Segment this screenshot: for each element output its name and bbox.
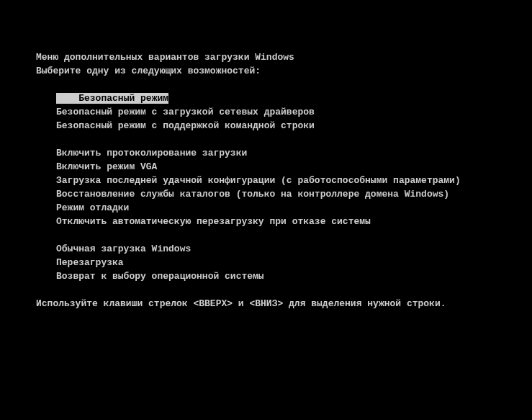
menu-item-vga-mode[interactable]: Включить режим VGA [56, 160, 496, 174]
menu-separator [56, 133, 496, 146]
menu-item-return-os-choice[interactable]: Возврат к выбору операционной системы [56, 269, 496, 283]
menu-item-debug-mode[interactable]: Режим отладки [56, 201, 496, 215]
menu-item-safe-mode[interactable]: Безопасный режим [56, 91, 168, 105]
menu-item-safe-mode-net[interactable]: Безопасный режим с загрузкой сетевых дра… [56, 105, 496, 119]
navigation-hint: Используйте клавиши стрелок <ВВЕРХ> и <В… [36, 297, 496, 310]
menu-item-reboot[interactable]: Перезагрузка [56, 256, 496, 269]
menu-item-start-normally[interactable]: Обычная загрузка Windows [56, 242, 496, 256]
menu-separator [56, 228, 496, 242]
menu-item-safe-mode-cmd[interactable]: Безопасный режим с поддержкой командной … [56, 119, 496, 133]
menu-title: Меню дополнительных вариантов загрузки W… [36, 50, 496, 64]
menu-item-boot-logging[interactable]: Включить протоколирование загрузки [56, 146, 496, 160]
menu-item-ds-restore[interactable]: Восстановление службы каталогов (только … [56, 187, 496, 201]
menu-subtitle: Выберите одну из следующих возможностей: [36, 64, 496, 78]
menu-item-last-known-good[interactable]: Загрузка последней удачной конфигурации … [56, 174, 496, 187]
menu-item-disable-auto-restart[interactable]: Отключить автоматическую перезагрузку пр… [56, 215, 496, 228]
boot-menu: Безопасный режим Безопасный режим с загр… [36, 91, 496, 283]
